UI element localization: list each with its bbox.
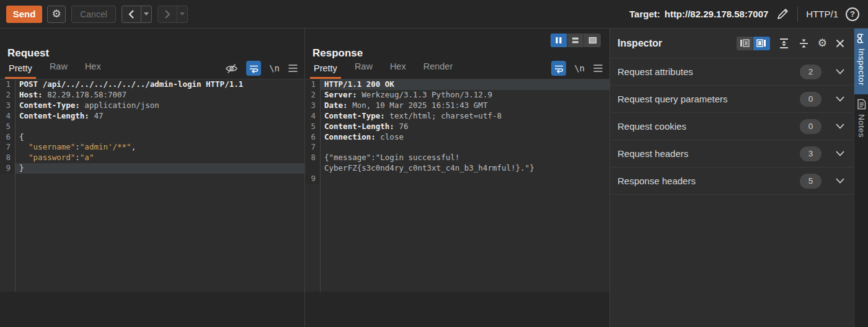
gear-icon: ⚙	[51, 9, 61, 19]
back-history-dropdown[interactable]	[141, 6, 151, 22]
line-number: 8	[0, 153, 15, 163]
response-tab-pretty[interactable]: Pretty	[310, 63, 341, 79]
side-tab-label: Notes	[857, 114, 866, 138]
line-number: 2	[0, 90, 15, 101]
line-number: 1	[305, 79, 320, 90]
request-line: "password":"a"	[15, 153, 304, 163]
line-number: 5	[0, 122, 15, 132]
dock-left-button[interactable]	[737, 37, 753, 50]
row-label: Response headers	[618, 176, 696, 186]
inspector-row-request-headers[interactable]: Request headers 3	[610, 140, 854, 168]
forward-button[interactable]	[158, 6, 177, 22]
collapse-all-button[interactable]	[798, 38, 810, 49]
cancel-button[interactable]: Cancel	[71, 6, 116, 23]
request-panel-title: Request	[0, 29, 304, 60]
row-label: Request headers	[618, 148, 688, 159]
count-badge: 5	[800, 174, 822, 189]
inspector-title: Inspector	[618, 38, 662, 49]
rows-layout-icon	[572, 37, 579, 44]
back-button[interactable]	[122, 6, 141, 22]
expand-all-icon	[778, 38, 790, 49]
inspector-panel: Inspector	[610, 29, 854, 327]
edit-target-pencil-icon[interactable]	[776, 7, 789, 21]
count-badge: 0	[800, 92, 822, 107]
response-line	[320, 142, 609, 153]
response-line-wrapped: CyberFZ{s3c0nd4ry_c0nt3xt_c4n_b3_h4rmful…	[320, 163, 609, 174]
send-button[interactable]: Send	[6, 6, 42, 23]
response-line: Connection: close	[320, 132, 609, 143]
show-newlines-toggle[interactable]: \n	[574, 63, 585, 73]
layout-columns-button[interactable]	[551, 34, 567, 47]
collapse-all-icon	[798, 38, 810, 49]
target-label: Target:	[629, 9, 660, 19]
response-tab-raw[interactable]: Raw	[351, 61, 376, 79]
count-badge: 3	[800, 146, 822, 161]
history-forward-group	[157, 6, 188, 23]
response-editor[interactable]: 1HTTP/1.1 200 OK 2Server: Werkzeug/3.1.3…	[305, 79, 609, 292]
hamburger-menu-icon	[593, 64, 603, 73]
request-line: POST /api/../../../../../../admin-login …	[15, 79, 304, 90]
expand-all-button[interactable]	[778, 38, 790, 49]
chevron-down-icon	[835, 68, 845, 75]
inspector-close-button[interactable]	[835, 38, 845, 48]
response-tab-render[interactable]: Render	[420, 61, 457, 79]
request-line: Host: 82.29.178.58:7007	[15, 90, 304, 101]
line-number: 7	[305, 142, 320, 153]
request-tab-hex[interactable]: Hex	[81, 61, 105, 79]
word-wrap-toggle[interactable]	[246, 61, 261, 76]
inspector-row-request-query-parameters[interactable]: Request query parameters 0	[610, 86, 854, 113]
chevron-down-icon	[835, 123, 845, 130]
target-url: http://82.29.178.58:7007	[665, 9, 769, 19]
request-line: Content-Length: 47	[15, 111, 304, 122]
show-newlines-toggle[interactable]: \n	[269, 63, 280, 73]
request-tab-pretty[interactable]: Pretty	[5, 63, 36, 79]
chevron-right-icon	[164, 9, 171, 19]
word-wrap-icon	[554, 63, 564, 74]
caret-down-icon	[144, 12, 149, 16]
layout-single-button[interactable]	[584, 34, 601, 47]
help-icon[interactable]: ?	[846, 7, 859, 21]
side-tab-notes[interactable]: Notes	[854, 94, 868, 146]
request-editor[interactable]: 1POST /api/../../../../../../admin-login…	[0, 79, 304, 292]
caret-down-icon	[180, 12, 185, 16]
line-number: 2	[305, 90, 320, 101]
response-line: Content-Length: 76	[320, 122, 609, 132]
forward-history-dropdown[interactable]	[177, 6, 187, 22]
inspector-settings-button[interactable]: ⚙	[818, 38, 827, 48]
chevron-left-icon	[128, 9, 135, 19]
send-settings-button[interactable]: ⚙	[47, 6, 66, 23]
gear-icon: ⚙	[818, 38, 827, 48]
inspector-row-request-attributes[interactable]: Request attributes 2	[610, 58, 854, 86]
count-badge: 2	[800, 65, 822, 79]
layout-rows-button[interactable]	[567, 34, 584, 47]
chevron-down-icon	[835, 177, 845, 184]
chevron-down-icon	[835, 150, 845, 157]
hide-search-eye-slash-icon[interactable]	[225, 63, 238, 74]
request-line	[15, 122, 304, 132]
toolbar-divider	[797, 7, 798, 22]
line-number: 3	[305, 101, 320, 111]
dock-right-button[interactable]	[753, 37, 770, 50]
notes-icon	[856, 99, 867, 110]
response-line: {"message":"Login successful!	[320, 153, 609, 163]
line-number: 1	[0, 79, 15, 90]
row-label: Request cookies	[618, 121, 686, 132]
line-number: 4	[305, 111, 320, 122]
chevron-down-icon	[835, 96, 845, 102]
response-editor-menu-button[interactable]	[593, 64, 603, 73]
response-line: Date: Mon, 10 Mar 2025 16:51:43 GMT	[320, 101, 609, 111]
side-tab-inspector[interactable]: Inspector	[854, 29, 868, 94]
inspector-row-request-cookies[interactable]: Request cookies 0	[610, 113, 854, 140]
inspector-header: Inspector	[610, 29, 854, 58]
side-tab-strip: Inspector Notes	[854, 29, 868, 327]
request-editor-menu-button[interactable]	[288, 64, 298, 73]
hamburger-menu-icon	[288, 64, 298, 73]
word-wrap-toggle[interactable]	[551, 61, 566, 76]
inspector-row-response-headers[interactable]: Response headers 5	[610, 168, 854, 195]
newline-icon: \n	[574, 63, 585, 73]
response-cursor-line: HTTP/1.1 200 OK	[320, 79, 609, 90]
columns-layout-icon	[555, 37, 562, 44]
response-tab-hex[interactable]: Hex	[386, 61, 410, 79]
line-number: 9	[305, 174, 320, 184]
request-tab-raw[interactable]: Raw	[46, 61, 71, 79]
